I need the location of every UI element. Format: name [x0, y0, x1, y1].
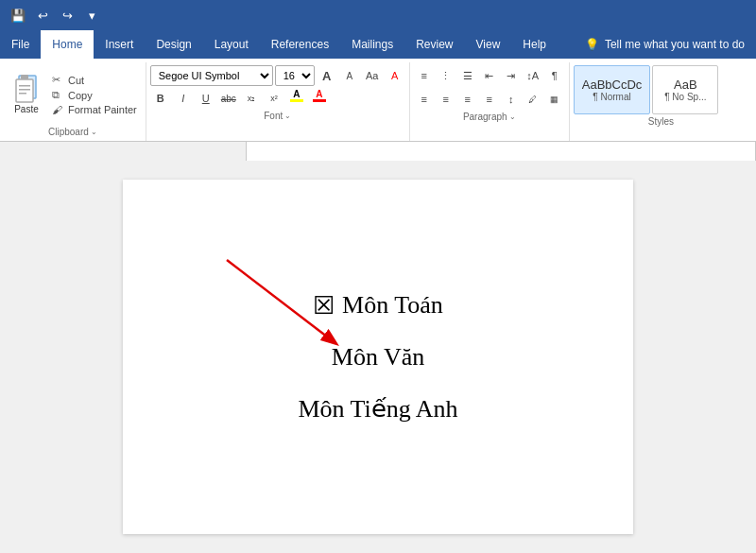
font-row2: B I U abc x₂ x² A A [150, 88, 405, 109]
highlight-color-swatch [290, 99, 303, 102]
borders-button[interactable]: ▦ [544, 89, 565, 110]
shading-button[interactable]: 🖊 [523, 89, 543, 110]
doc-line-1: ☒ Môn Toán [313, 291, 443, 320]
paragraph-group: ≡ ⋮ ☰ ⇤ ⇥ ↕A ¶ ≡ ≡ ≡ ≡ ↕ 🖊 ▦ Paragraph ⌄ [410, 62, 570, 141]
paste-icon [11, 74, 42, 104]
svg-rect-1 [16, 79, 33, 102]
svg-rect-5 [19, 93, 26, 95]
menu-file[interactable]: File [0, 30, 41, 59]
ruler-area [0, 142, 756, 161]
font-label: Font ⌄ [150, 109, 405, 123]
doc-line-3: Môn Tiếng Anh [298, 394, 457, 423]
align-center-button[interactable]: ≡ [436, 89, 456, 110]
menu-insert[interactable]: Insert [94, 30, 145, 59]
line-spacing-button[interactable]: ↕ [501, 89, 522, 110]
bold-button[interactable]: B [150, 88, 171, 109]
document-area: ☒ Môn Toán Môn Văn Môn Tiếng Anh [0, 161, 756, 553]
italic-button[interactable]: I [173, 88, 194, 109]
clipboard-expand-icon[interactable]: ⌄ [91, 128, 97, 136]
doc-text-2: Môn Văn [332, 343, 424, 372]
subscript-button[interactable]: x₂ [241, 88, 262, 109]
search-icon: 💡 [585, 38, 599, 51]
superscript-button[interactable]: x² [264, 88, 284, 109]
title-bar: 💾 ↩ ↪ ▾ [0, 0, 756, 30]
cut-icon: ✂ [52, 74, 65, 86]
checkbox-symbol-1: ☒ [313, 291, 335, 320]
doc-text-3: Môn Tiếng Anh [298, 394, 457, 423]
copy-button[interactable]: ⧉ Copy [49, 88, 140, 102]
menu-design[interactable]: Design [145, 30, 202, 59]
cut-button[interactable]: ✂ Cut [49, 73, 140, 87]
change-case-button[interactable]: Aa [362, 65, 383, 86]
menu-home[interactable]: Home [41, 30, 94, 59]
clipboard-label: Clipboard ⌄ [6, 125, 140, 139]
search-label: Tell me what you want to do [605, 38, 745, 51]
strikethrough-button[interactable]: abc [218, 88, 239, 109]
clipboard-group: Paste ✂ Cut ⧉ Copy 🖌 Format Painter Clip… [4, 62, 146, 141]
increase-indent-button[interactable]: ⇥ [501, 65, 522, 86]
font-expand-icon[interactable]: ⌄ [284, 112, 291, 120]
font-size-select[interactable]: 16 [275, 65, 315, 86]
font-grow-button[interactable]: A [317, 65, 337, 86]
font-shrink-button[interactable]: A [339, 65, 360, 86]
format-painter-icon: 🖌 [52, 104, 65, 115]
decrease-indent-button[interactable]: ⇤ [479, 65, 500, 86]
copy-icon: ⧉ [52, 89, 65, 101]
menu-help[interactable]: Help [511, 30, 558, 59]
svg-rect-3 [19, 85, 30, 87]
cut-label: Cut [68, 75, 84, 86]
font-row1: Segoe UI Symbol 16 A A Aa A [150, 65, 405, 86]
ruler-left [0, 142, 246, 161]
highlight-color-button[interactable]: A [286, 88, 307, 109]
menu-view[interactable]: View [465, 30, 512, 59]
paragraph-label: Paragraph ⌄ [414, 110, 565, 124]
copy-label: Copy [68, 90, 93, 101]
ruler-main [246, 142, 756, 161]
style-normal-button[interactable]: AaBbCcDc ¶ Normal [574, 65, 651, 114]
svg-rect-4 [19, 89, 30, 91]
clipboard-small-buttons: ✂ Cut ⧉ Copy 🖌 Format Painter [49, 73, 140, 116]
doc-text-1: Môn Toán [342, 291, 443, 320]
format-painter-label: Format Painter [68, 104, 137, 115]
font-group: Segoe UI Symbol 16 A A Aa A B I U abc x₂… [146, 62, 410, 141]
title-bar-icons: 💾 ↩ ↪ ▾ [8, 5, 102, 26]
paste-label: Paste [14, 104, 39, 114]
styles-row: AaBbCcDc ¶ Normal AaB ¶ No Sp... [574, 65, 748, 114]
svg-rect-2 [21, 75, 28, 79]
menu-mailings[interactable]: Mailings [340, 30, 404, 59]
redo-icon[interactable]: ↪ [57, 5, 77, 26]
styles-group: AaBbCcDc ¶ Normal AaB ¶ No Sp... Styles [570, 62, 752, 141]
paste-button[interactable]: Paste [6, 72, 47, 116]
clear-format-button[interactable]: A [385, 65, 405, 86]
format-painter-button[interactable]: 🖌 Format Painter [49, 103, 140, 116]
clipboard-content: Paste ✂ Cut ⧉ Copy 🖌 Format Painter [6, 62, 140, 125]
bullets-button[interactable]: ≡ [414, 65, 435, 86]
multilevel-list-button[interactable]: ☰ [457, 65, 478, 86]
align-left-button[interactable]: ≡ [414, 89, 435, 110]
font-color-swatch [313, 99, 326, 102]
save-icon[interactable]: 💾 [8, 5, 28, 26]
document-page: ☒ Môn Toán Môn Văn Môn Tiếng Anh [123, 180, 633, 534]
numbering-button[interactable]: ⋮ [436, 65, 456, 86]
menu-search[interactable]: 💡 Tell me what you want to do [574, 30, 756, 59]
ribbon: Paste ✂ Cut ⧉ Copy 🖌 Format Painter Clip… [0, 59, 756, 142]
show-marks-button[interactable]: ¶ [544, 65, 565, 86]
menu-bar: File Home Insert Design Layout Reference… [0, 30, 756, 59]
qat-dropdown-icon[interactable]: ▾ [81, 5, 102, 26]
doc-line-2: Môn Văn [332, 343, 424, 372]
undo-icon[interactable]: ↩ [32, 5, 53, 26]
menu-review[interactable]: Review [404, 30, 464, 59]
paragraph-expand-icon[interactable]: ⌄ [509, 112, 516, 121]
font-name-select[interactable]: Segoe UI Symbol [150, 65, 273, 86]
menu-references[interactable]: References [260, 30, 340, 59]
justify-button[interactable]: ≡ [479, 89, 500, 110]
font-color-button[interactable]: A [309, 88, 330, 109]
sort-button[interactable]: ↕A [523, 65, 543, 86]
styles-label: Styles [574, 114, 748, 129]
para-row2: ≡ ≡ ≡ ≡ ↕ 🖊 ▦ [414, 89, 565, 110]
underline-button[interactable]: U [196, 88, 216, 109]
para-row1: ≡ ⋮ ☰ ⇤ ⇥ ↕A ¶ [414, 65, 565, 86]
align-right-button[interactable]: ≡ [457, 89, 478, 110]
style-no-spacing-button[interactable]: AaB ¶ No Sp... [652, 65, 718, 114]
menu-layout[interactable]: Layout [203, 30, 260, 59]
